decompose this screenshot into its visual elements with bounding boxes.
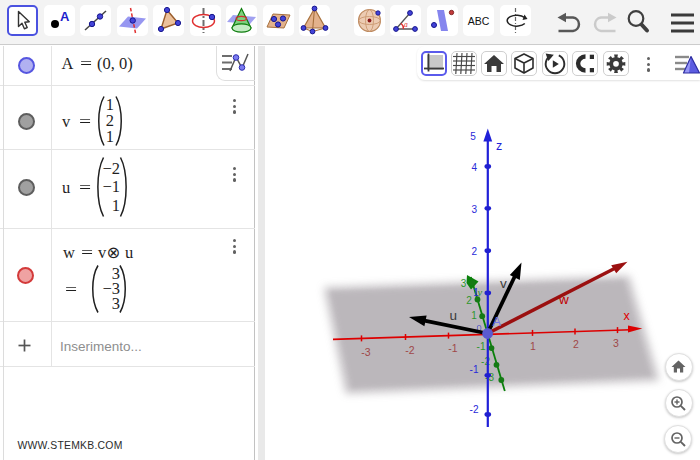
svg-text:2: 2	[466, 295, 472, 306]
svg-text:ABC: ABC	[468, 15, 490, 27]
svg-text:x: x	[624, 309, 631, 323]
svg-text:-3: -3	[361, 346, 370, 358]
svg-text:-1: -1	[470, 364, 479, 375]
svg-text:1: 1	[473, 287, 479, 298]
svg-text:y: y	[477, 287, 483, 298]
svg-text:2: 2	[472, 246, 478, 257]
svg-text:5: 5	[470, 131, 476, 142]
svg-text:0: 0	[477, 322, 482, 333]
svg-text:w: w	[558, 292, 569, 307]
svg-text:A: A	[60, 9, 70, 24]
svg-text:-1: -1	[477, 341, 486, 352]
svg-text:A: A	[493, 314, 502, 329]
svg-text:3: 3	[613, 337, 619, 349]
svg-text:a: a	[404, 20, 408, 29]
svg-text:3: 3	[472, 204, 478, 215]
svg-text:1: 1	[471, 310, 477, 321]
svg-text:-2: -2	[405, 344, 414, 356]
svg-text:-3: -3	[485, 372, 494, 383]
svg-text:2: 2	[573, 338, 579, 350]
svg-text:1: 1	[530, 340, 536, 352]
svg-text:4: 4	[472, 162, 478, 173]
svg-text:-1: -1	[448, 342, 457, 354]
svg-text:-2: -2	[481, 356, 490, 367]
svg-text:z: z	[496, 139, 502, 153]
svg-text:v: v	[500, 276, 507, 291]
svg-text:-2: -2	[470, 404, 479, 415]
svg-text:3: 3	[461, 278, 467, 289]
svg-text:u: u	[450, 308, 458, 323]
